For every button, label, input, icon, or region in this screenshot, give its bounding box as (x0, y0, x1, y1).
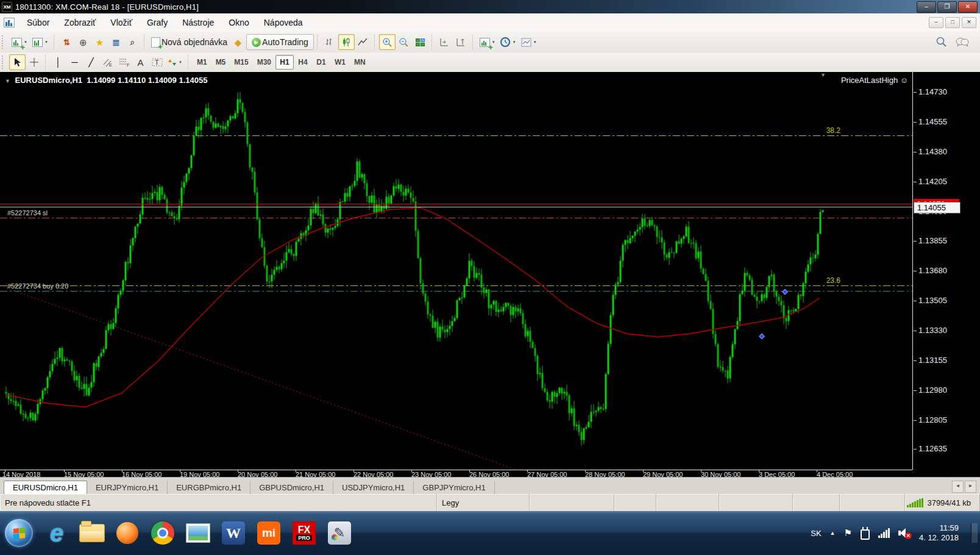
menu-napoveda[interactable]: Nápoveda (257, 15, 310, 30)
taskbar-clock[interactable]: 11:59 4. 12. 2018 (919, 523, 959, 543)
strategy-tester-button[interactable]: ⌕ (124, 34, 141, 50)
tile-windows-button[interactable] (412, 34, 428, 50)
menu-grafy[interactable]: Grafy (140, 15, 175, 30)
volume-muted-icon[interactable]: ✕ (898, 528, 911, 538)
search-icon[interactable] (936, 37, 947, 48)
order-marker-icon (783, 289, 787, 294)
zoom-out-button[interactable] (396, 34, 412, 50)
bar-chart-button[interactable] (322, 34, 338, 50)
window-minimize-button[interactable]: – (917, 1, 936, 13)
menu-subor[interactable]: Súbor (20, 15, 57, 30)
window-maximize-button[interactable]: ❐ (937, 1, 957, 13)
market-watch-button[interactable]: ⇅ (59, 34, 75, 50)
period-m1-button[interactable]: M1 (193, 55, 211, 70)
price-axis-label: 1.13855 (918, 236, 947, 245)
period-m15-button[interactable]: M15 (230, 55, 252, 70)
period-d1-button[interactable]: D1 (312, 55, 330, 70)
taskbar-explorer-icon[interactable] (74, 515, 110, 551)
taskbar-mi-icon[interactable]: mi (251, 515, 286, 551)
text-button[interactable]: A (132, 54, 149, 70)
svg-text:F: F (127, 63, 129, 67)
menu-vlozit[interactable]: Vložiť (103, 15, 140, 30)
horizontal-line-button[interactable]: ─ (66, 54, 83, 70)
chart-shift-button[interactable] (453, 34, 469, 50)
new-chart-button[interactable]: + ▼ (9, 34, 30, 50)
terminal-icon: ≣ (112, 38, 120, 47)
show-desktop-button[interactable] (971, 523, 978, 543)
auto-scroll-icon (439, 37, 449, 47)
new-order-button[interactable]: + Nová objednávka (149, 34, 230, 50)
toolbar-grip[interactable] (2, 56, 6, 69)
arrows-button[interactable]: ▼ (165, 54, 185, 70)
channel-button[interactable]: E (99, 54, 116, 70)
tab-usdjpymicro[interactable]: USDJPYmicro,H1 (333, 481, 414, 495)
templates-button[interactable]: ▼ (519, 34, 539, 50)
menu-zobrazit[interactable]: Zobraziť (57, 15, 103, 30)
text-label-button[interactable]: T (149, 54, 165, 70)
period-w1-button[interactable]: W1 (330, 55, 350, 70)
child-minimize-button[interactable]: – (929, 17, 943, 28)
language-indicator[interactable]: SK (811, 529, 821, 538)
window-title: 18011300: XM.COM-Real 18 - [EURUSDmicro,… (15, 2, 199, 12)
titlebar: XM 18011300: XM.COM-Real 18 - [EURUSDmic… (0, 0, 980, 13)
chart-shift-marker-icon[interactable]: ▼ (820, 72, 826, 78)
candlestick-chart-button[interactable] (338, 34, 355, 50)
period-h1-button[interactable]: H1 (275, 55, 294, 70)
zoom-in-button[interactable] (379, 34, 396, 50)
window-close-button[interactable]: ✕ (958, 1, 978, 13)
metaeditor-icon: ◆ (235, 38, 242, 47)
terminal-button[interactable]: ≣ (108, 34, 124, 50)
fibonacci-button[interactable]: F (116, 54, 132, 70)
chart-profiles-button[interactable]: ▼ (30, 34, 51, 50)
tab-eurusdmicro[interactable]: EURUSDmicro,H1 (4, 481, 87, 495)
toolbar-grip[interactable] (2, 35, 6, 49)
taskbar-image-editor-icon[interactable]: ✎ (322, 515, 357, 551)
period-m30-button[interactable]: M30 (253, 55, 275, 70)
crosshair-button[interactable] (26, 54, 42, 70)
tray-expand-icon[interactable]: ▲ (830, 530, 836, 536)
svg-text:T: T (155, 59, 159, 66)
system-tray: SK ▲ ⚑ ✕ 11:59 4. 12. 2018 (811, 523, 980, 543)
price-axis[interactable]: 1.147301.145551.143801.142051.140301.138… (912, 72, 980, 470)
network-icon[interactable] (878, 528, 890, 538)
trendline-button[interactable]: ╱ (83, 54, 99, 70)
tab-eurgbpmicro[interactable]: EURGBPmicro,H1 (168, 481, 250, 495)
tabs-scroll-left-button[interactable]: ◄ (952, 481, 964, 493)
price-axis-label: 1.13505 (918, 296, 947, 305)
tab-gbpusdmicro[interactable]: GBPUSDmicro,H1 (250, 481, 333, 495)
data-window-button[interactable]: ⊕ (75, 34, 91, 50)
taskbar-fxpro-icon[interactable]: FXPRO (286, 515, 322, 551)
chart-area[interactable]: ▼ EURUSDmicro,H1 1.14099 1.14110 1.14009… (0, 72, 980, 477)
indicators-button[interactable]: + ▼ (477, 34, 498, 50)
line-chart-button[interactable] (355, 34, 371, 50)
child-restore-button[interactable]: □ (945, 17, 960, 28)
tab-eurjpymicro[interactable]: EURJPYmicro,H1 (87, 481, 168, 495)
taskbar-word-icon[interactable]: W (216, 515, 251, 551)
cursor-button[interactable] (9, 54, 26, 70)
taskbar-photos-icon[interactable] (180, 515, 216, 551)
timeframes-button[interactable]: ▼ (498, 34, 519, 50)
period-m5-button[interactable]: M5 (211, 55, 230, 70)
menu-nastroje[interactable]: Nástroje (175, 15, 221, 30)
action-center-flag-icon[interactable]: ⚑ (843, 528, 851, 539)
autotrading-button[interactable]: ▶ AutoTrading (246, 34, 314, 50)
vertical-line-button[interactable]: │ (50, 54, 66, 70)
metaeditor-button[interactable]: ◆ (230, 34, 246, 50)
price-axis-label: 1.13155 (918, 356, 947, 365)
navigator-button[interactable]: ★ (91, 34, 108, 50)
symbol-dropdown-icon[interactable]: ▼ (5, 78, 10, 84)
period-mn-button[interactable]: MN (350, 55, 370, 70)
menu-okno[interactable]: Okno (221, 15, 256, 30)
tab-gbpjpymicro[interactable]: GBPJPYmicro,H1 (414, 481, 494, 495)
taskbar-mediaplayer-icon[interactable] (110, 515, 145, 551)
auto-scroll-button[interactable] (436, 34, 453, 50)
tabs-scroll-right-button[interactable]: ► (965, 481, 976, 493)
taskbar-chrome-icon[interactable] (145, 515, 180, 551)
power-icon[interactable] (861, 529, 870, 540)
taskbar-ie-icon[interactable]: e (39, 515, 74, 551)
start-button[interactable] (5, 519, 33, 547)
candlestick-chart[interactable] (0, 72, 912, 470)
chat-icon[interactable] (956, 37, 969, 48)
period-h4-button[interactable]: H4 (294, 55, 312, 70)
child-close-button[interactable]: ✕ (962, 17, 976, 28)
